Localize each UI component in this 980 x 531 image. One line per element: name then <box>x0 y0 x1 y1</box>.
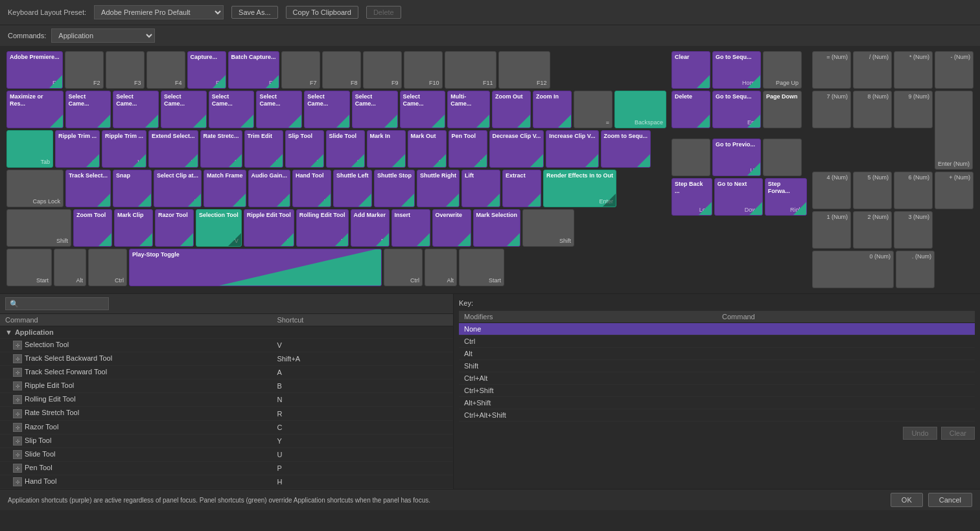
command-row[interactable]: ⊹Rolling Edit Tool N <box>0 393 453 407</box>
key-i[interactable]: Mark In I <box>367 130 406 168</box>
key-semicolon[interactable]: Lift ; <box>461 170 500 207</box>
command-row[interactable]: ⊹Selection Tool V <box>0 339 453 352</box>
key-pagedown[interactable]: Page Down <box>763 91 802 128</box>
command-row[interactable]: ⊹Pen Tool P <box>0 461 453 475</box>
key-backtick[interactable]: Maximize or Res... ` <box>6 91 64 128</box>
key-num5[interactable]: 5 (Num) <box>853 172 892 209</box>
key-empty1[interactable] <box>671 139 710 176</box>
key-7[interactable]: Select Came... 7 <box>352 91 398 128</box>
key-l[interactable]: Shuttle Right L <box>417 170 460 207</box>
key-j[interactable]: Shuttle Left J <box>333 170 372 207</box>
modifier-row[interactable]: Alt+Shift <box>459 397 975 409</box>
key-a[interactable]: Track Select... A <box>65 170 111 207</box>
key-go-seq-end[interactable]: Go to Sequ... End <box>712 91 761 128</box>
key-f7[interactable]: F7 <box>281 51 320 89</box>
key-6[interactable]: Select Came... 6 <box>304 91 350 128</box>
commands-select[interactable]: Application <box>51 28 155 43</box>
modifier-row[interactable]: Shift <box>459 360 975 372</box>
key-lbracket[interactable]: Decrease Clip V... [ <box>489 130 544 168</box>
key-num-plus[interactable]: + (Num) <box>935 172 974 209</box>
key-step-fwd[interactable]: Step Forwa... Right <box>765 178 807 216</box>
key-r[interactable]: Rate Stretc... R <box>200 130 242 168</box>
key-f11[interactable]: F11 <box>445 51 496 89</box>
key-x[interactable]: Mark Clip X <box>114 209 153 247</box>
key-alt-left[interactable]: Alt <box>54 249 86 286</box>
command-row[interactable]: ⊹Track Select Backward Tool Shift+A <box>0 352 453 366</box>
key-w[interactable]: Ripple Trim ... W <box>102 130 146 168</box>
key-c[interactable]: Razor Tool C <box>155 209 194 247</box>
copy-button[interactable]: Copy To Clipboard <box>286 6 358 19</box>
key-b[interactable]: Ripple Edit Tool B <box>244 209 294 247</box>
key-pageup[interactable]: Page Up <box>763 51 802 89</box>
key-go-next[interactable]: Go to Next Down <box>714 178 763 216</box>
key-minus[interactable]: Zoom In - <box>533 91 572 128</box>
key-num0[interactable]: 0 (Num) <box>812 251 894 288</box>
command-row[interactable]: ⊹Slip Tool Y <box>0 434 453 447</box>
key-space[interactable]: Play-Stop Toggle Space <box>129 249 382 286</box>
key-backspace[interactable]: Backspace <box>614 91 666 128</box>
key-delete[interactable]: Delete <box>671 91 710 128</box>
key-ctrl-right[interactable]: Ctrl <box>384 249 423 286</box>
key-f1[interactable]: Adobe Premiere... F1 <box>6 51 63 89</box>
command-row[interactable]: ⊹Hand Tool H <box>0 475 453 488</box>
key-num2[interactable]: 2 (Num) <box>853 211 892 249</box>
key-t[interactable]: Trim Edit T <box>244 130 283 168</box>
key-f3[interactable]: F3 <box>106 51 145 89</box>
command-row[interactable]: ⊹Razor Tool C <box>0 420 453 434</box>
key-num4[interactable]: 4 (Num) <box>812 172 851 209</box>
key-enter[interactable]: Render Effects In to Out Enter <box>543 170 616 207</box>
key-0[interactable]: Zoom Out 0 <box>492 91 531 128</box>
key-clear[interactable]: Clear <box>671 51 710 89</box>
key-period[interactable]: Overwrite . <box>432 209 471 247</box>
key-g[interactable]: Audio Gain... G <box>248 170 291 207</box>
delete-button[interactable]: Delete <box>366 6 401 19</box>
key-alt-right[interactable]: Alt <box>425 249 457 286</box>
key-start-right[interactable]: Start <box>459 249 504 286</box>
ok-button[interactable]: OK <box>891 493 923 507</box>
key-equals[interactable]: = <box>574 91 612 128</box>
key-f4[interactable]: F4 <box>146 51 185 89</box>
command-row[interactable]: ⊹Ripple Edit Tool B <box>0 379 453 393</box>
key-f12[interactable]: F12 <box>498 51 550 89</box>
key-tab[interactable]: Tab <box>6 130 53 168</box>
key-num-enter[interactable]: Enter (Num) <box>935 91 973 170</box>
key-start-left[interactable]: Start <box>6 249 52 286</box>
key-quote[interactable]: Extract ' <box>502 170 541 207</box>
key-z[interactable]: Zoom Tool Z <box>73 209 112 247</box>
command-row[interactable]: ⊹Slide Tool U <box>0 447 453 461</box>
key-o[interactable]: Mark Out O <box>408 130 447 168</box>
key-ctrl-left[interactable]: Ctrl <box>88 249 127 286</box>
key-3[interactable]: Select Came... 3 <box>161 91 207 128</box>
key-shift-right[interactable]: Shift <box>522 209 574 247</box>
modifier-row[interactable]: Ctrl+Alt+Shift <box>459 409 975 422</box>
key-5[interactable]: Select Came... 5 <box>256 91 302 128</box>
key-num-dot[interactable]: . (Num) <box>896 251 935 288</box>
cancel-button[interactable]: Cancel <box>928 493 972 507</box>
key-num-eq[interactable]: = (Num) <box>812 51 851 89</box>
key-shift-left[interactable]: Shift <box>6 209 71 247</box>
key-num-minus[interactable]: - (Num) <box>935 51 974 89</box>
key-s[interactable]: Snap S <box>113 170 152 207</box>
key-n[interactable]: Rolling Edit Tool N <box>296 209 349 247</box>
key-h[interactable]: Hand Tool H <box>292 170 331 207</box>
key-f8[interactable]: F8 <box>322 51 361 89</box>
key-step-back[interactable]: Step Back ... Left <box>671 178 712 216</box>
key-backslash[interactable]: Zoom to Sequ... \ <box>601 130 651 168</box>
modifier-row[interactable]: Ctrl <box>459 335 975 348</box>
key-capslock[interactable]: Caps Lock <box>6 170 64 207</box>
modifier-row[interactable]: None <box>459 323 975 335</box>
key-num3[interactable]: 3 (Num) <box>894 211 933 249</box>
key-y[interactable]: Slip Tool Y <box>285 130 324 168</box>
key-e[interactable]: Extend Select... E <box>148 130 198 168</box>
key-num7[interactable]: 7 (Num) <box>812 91 851 128</box>
search-input[interactable] <box>5 297 109 310</box>
key-q[interactable]: Ripple Trim ... Q <box>55 130 100 168</box>
key-f2[interactable]: F2 <box>65 51 104 89</box>
modifier-row[interactable]: Alt <box>459 348 975 360</box>
key-num1[interactable]: 1 (Num) <box>812 211 851 249</box>
key-p[interactable]: Pen Tool P <box>449 130 487 168</box>
key-num-mul[interactable]: * (Num) <box>894 51 933 89</box>
key-d[interactable]: Select Clip at... D <box>154 170 202 207</box>
key-1[interactable]: Select Came... 1 <box>65 91 111 128</box>
key-k[interactable]: Shuttle Stop K <box>374 170 415 207</box>
